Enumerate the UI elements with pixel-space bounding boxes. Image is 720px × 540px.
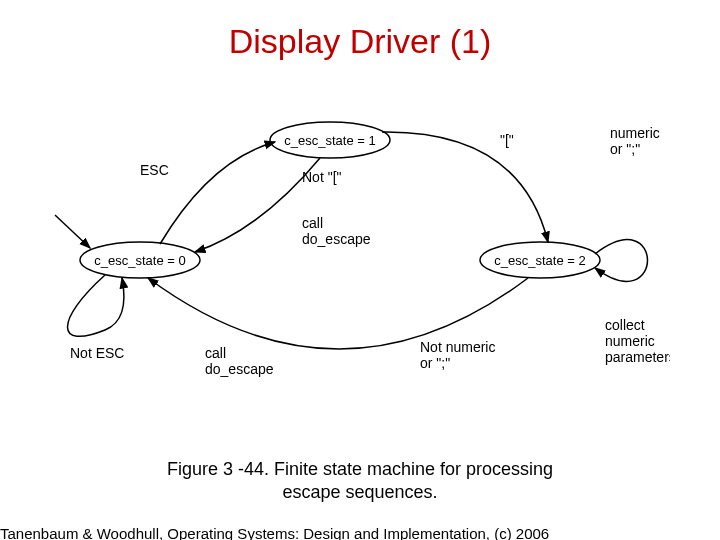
figure-caption: Figure 3 -44. Finite state machine for p…: [0, 458, 720, 505]
fsm-diagram: c_esc_state = 0 c_esc_state = 1 c_esc_st…: [50, 100, 670, 440]
edge-not-numeric-call1: call: [205, 345, 226, 361]
edge-not-bracket-call1: call: [302, 215, 323, 231]
edge-bracket: [382, 132, 548, 242]
edge-not-numeric-label2: or ";": [420, 355, 450, 371]
edge-collect-label2: numeric: [605, 333, 655, 349]
edge-esc-label: ESC: [140, 162, 169, 178]
edge-not-esc-selfloop: [68, 275, 124, 336]
edge-not-numeric-call2: do_escape: [205, 361, 274, 377]
edge-numeric-selfloop: [595, 240, 648, 282]
edge-numeric-label2: or ";": [610, 141, 640, 157]
edge-collect-label3: parameters: [605, 349, 670, 365]
edge-collect-label1: collect: [605, 317, 645, 333]
edge-bracket-label: "[": [500, 132, 514, 148]
state-0-label: c_esc_state = 0: [94, 253, 185, 268]
state-2-label: c_esc_state = 2: [494, 253, 585, 268]
state-1-label: c_esc_state = 1: [284, 133, 375, 148]
edge-not-bracket-call2: do_escape: [302, 231, 371, 247]
edge-numeric-label1: numeric: [610, 125, 660, 141]
footer-credit: Tanenbaum & Woodhull, Operating Systems:…: [0, 525, 720, 540]
edge-not-esc-label: Not ESC: [70, 345, 124, 361]
caption-line2: escape sequences.: [282, 482, 437, 502]
edge-esc: [160, 142, 275, 244]
edge-not-numeric-label1: Not numeric: [420, 339, 495, 355]
slide-title: Display Driver (1): [0, 22, 720, 61]
edge-not-bracket-label: Not "[": [302, 169, 342, 185]
caption-line1: Figure 3 -44. Finite state machine for p…: [167, 459, 553, 479]
initial-arrow: [55, 215, 90, 248]
